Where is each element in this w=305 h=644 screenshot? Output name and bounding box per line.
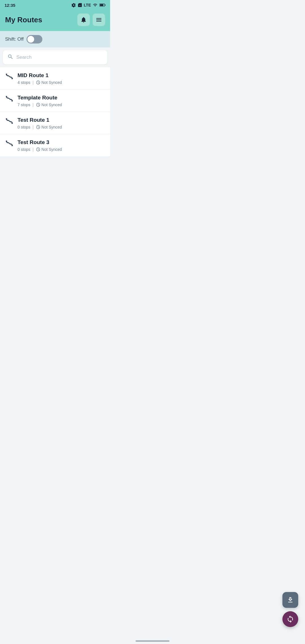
svg-point-16 <box>10 121 11 122</box>
svg-point-5 <box>7 75 8 76</box>
stops-label: 4 stops <box>18 80 30 85</box>
clock-sync-icon <box>36 147 40 152</box>
svg-point-19 <box>12 145 13 146</box>
route-item[interactable]: Template Route 7 stops | Not Synced <box>0 90 110 112</box>
toggle-thumb <box>27 36 34 43</box>
svg-point-8 <box>6 96 7 97</box>
route-meta: 0 stops | Not Synced <box>18 125 105 129</box>
route-icon <box>5 118 14 127</box>
settings-icon <box>71 3 76 7</box>
search-input[interactable] <box>16 55 103 60</box>
svg-point-3 <box>6 74 7 75</box>
route-info: Test Route 3 0 stops | Not Synced <box>18 139 105 152</box>
not-synced-label: Not Synced <box>42 125 62 129</box>
svg-point-11 <box>10 99 11 100</box>
sync-status: Not Synced <box>36 80 62 85</box>
shift-label: Shift: Off <box>5 36 24 42</box>
not-synced-label: Not Synced <box>42 147 62 152</box>
route-meta: 7 stops | Not Synced <box>18 103 105 107</box>
route-info: MID Route 1 4 stops | Not Synced <box>18 72 105 85</box>
route-name: Test Route 3 <box>18 139 105 145</box>
svg-point-21 <box>10 143 11 145</box>
bell-icon <box>80 16 87 23</box>
sim-icon <box>78 3 82 7</box>
search-icon <box>7 54 14 61</box>
route-icon <box>5 73 14 82</box>
svg-point-9 <box>12 100 13 102</box>
svg-point-18 <box>6 141 7 142</box>
header-actions <box>77 14 105 26</box>
sync-status: Not Synced <box>36 103 62 107</box>
notification-button[interactable] <box>77 14 90 26</box>
svg-rect-1 <box>105 5 105 6</box>
stops-label: 0 stops <box>18 147 30 152</box>
svg-point-4 <box>12 78 13 79</box>
routes-list: MID Route 1 4 stops | Not Synced <box>0 67 110 156</box>
svg-point-14 <box>12 123 13 124</box>
svg-point-6 <box>10 77 11 78</box>
battery-icon <box>99 3 106 7</box>
clock-sync-icon <box>36 103 40 107</box>
header: My Routes <box>0 10 110 31</box>
status-time: 12:35 <box>5 3 15 8</box>
route-info: Template Route 7 stops | Not Synced <box>18 95 105 107</box>
shift-bar: Shift: Off <box>0 31 110 47</box>
route-item[interactable]: Test Route 3 0 stops | Not Synced <box>0 134 110 156</box>
route-name: MID Route 1 <box>18 72 105 79</box>
route-waypoint-icon <box>5 140 14 148</box>
not-synced-label: Not Synced <box>42 80 62 85</box>
route-icon <box>5 140 14 149</box>
svg-point-20 <box>7 142 8 143</box>
menu-icon <box>95 16 102 23</box>
status-icons: LTE <box>71 3 106 7</box>
svg-point-15 <box>7 120 8 121</box>
menu-button[interactable] <box>93 14 105 26</box>
route-meta: 4 stops | Not Synced <box>18 80 105 85</box>
route-info: Test Route 1 0 stops | Not Synced <box>18 117 105 129</box>
route-meta: 0 stops | Not Synced <box>18 147 105 152</box>
route-item[interactable]: Test Route 1 0 stops | Not Synced <box>0 112 110 134</box>
separator: | <box>32 125 34 129</box>
route-waypoint-icon <box>5 73 14 81</box>
not-synced-label: Not Synced <box>42 103 62 107</box>
stops-label: 0 stops <box>18 125 30 129</box>
clock-sync-icon <box>36 80 40 85</box>
separator: | <box>32 80 34 85</box>
sync-status: Not Synced <box>36 125 62 129</box>
svg-point-13 <box>6 118 7 120</box>
route-name: Test Route 1 <box>18 117 105 123</box>
svg-rect-2 <box>100 4 104 6</box>
page-title: My Routes <box>5 16 42 24</box>
status-bar: 12:35 LTE <box>0 0 110 10</box>
svg-point-10 <box>7 97 8 99</box>
shift-toggle[interactable] <box>27 35 42 43</box>
clock-sync-icon <box>36 125 40 129</box>
route-item[interactable]: MID Route 1 4 stops | Not Synced <box>0 67 110 90</box>
route-name: Template Route <box>18 95 105 101</box>
signal-icon <box>93 3 98 7</box>
separator: | <box>32 103 34 107</box>
sync-status: Not Synced <box>36 147 62 152</box>
route-icon <box>5 95 14 105</box>
route-waypoint-icon <box>5 118 14 126</box>
separator: | <box>32 147 34 152</box>
route-waypoint-icon <box>5 95 14 104</box>
stops-label: 7 stops <box>18 103 30 107</box>
lte-label: LTE <box>84 3 91 7</box>
search-bar <box>3 50 107 64</box>
